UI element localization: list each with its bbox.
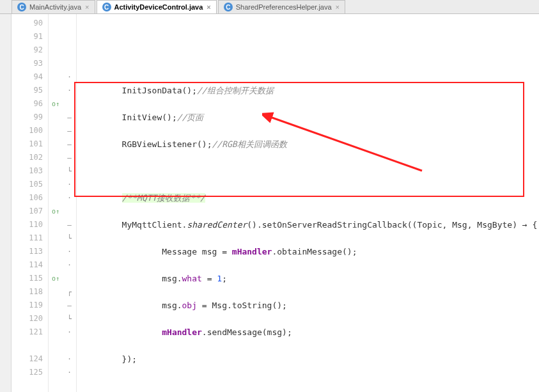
close-icon[interactable]: × bbox=[336, 3, 340, 11]
tab-bar: C MainActivity.java × C ActivityDeviceCo… bbox=[0, 0, 539, 14]
close-icon[interactable]: × bbox=[207, 3, 210, 11]
override-icon[interactable]: o↑ bbox=[49, 97, 63, 111]
code-line: RGBViewListener();//RGB相关回调函数 bbox=[82, 137, 539, 151]
code-line: InitJsonData();//组合控制开关数据 bbox=[82, 84, 539, 97]
code-line: Message msg = mHandler.obtainMessage(); bbox=[82, 245, 539, 258]
code-line: msg.obj = Msg.toString(); bbox=[82, 299, 539, 312]
tab-main-activity[interactable]: C MainActivity.java × bbox=[12, 0, 95, 13]
code-line: msg.what = 1; bbox=[82, 272, 539, 285]
tab-label: SharedPreferencesHelper.java bbox=[236, 3, 332, 11]
code-line: mHandler.sendMessage(msg); bbox=[82, 325, 539, 339]
override-icon[interactable]: o↑ bbox=[49, 272, 63, 285]
code-line: InitView();//页面 bbox=[82, 111, 539, 124]
line-number-gutter: 90 91 92 93 94 95 96 99 100 101 102 103 … bbox=[12, 14, 49, 392]
tab-shared-preferences-helper[interactable]: C SharedPreferencesHelper.java × bbox=[218, 0, 345, 13]
java-class-icon: C bbox=[102, 3, 111, 12]
code-line: /**MQTT接收数据**/ bbox=[82, 191, 539, 205]
fold-column: · · — — — — └ · · — └ · · ┌ — └ · · · bbox=[63, 14, 77, 392]
tab-label: ActivityDeviceControl.java bbox=[114, 3, 203, 11]
code-line bbox=[82, 57, 539, 70]
tab-activity-device-control[interactable]: C ActivityDeviceControl.java × bbox=[97, 0, 217, 13]
code-line bbox=[82, 379, 539, 392]
left-strip bbox=[0, 14, 12, 392]
gutter-icons: o↑ o↑ o↑ bbox=[49, 14, 63, 392]
override-icon[interactable]: o↑ bbox=[49, 205, 63, 218]
code-line: }); bbox=[82, 352, 539, 366]
code-line bbox=[82, 164, 539, 178]
code-editor[interactable]: 90 91 92 93 94 95 96 99 100 101 102 103 … bbox=[0, 14, 539, 392]
close-icon[interactable]: × bbox=[85, 3, 89, 11]
code-area[interactable]: InitJsonData();//组合控制开关数据 InitView();//页… bbox=[77, 14, 539, 392]
tab-label: MainActivity.java bbox=[29, 3, 81, 11]
code-line: MyMqttClient.sharedCenter().setOnServerR… bbox=[82, 218, 539, 231]
java-class-icon: C bbox=[17, 3, 26, 12]
java-class-icon: C bbox=[224, 3, 233, 12]
